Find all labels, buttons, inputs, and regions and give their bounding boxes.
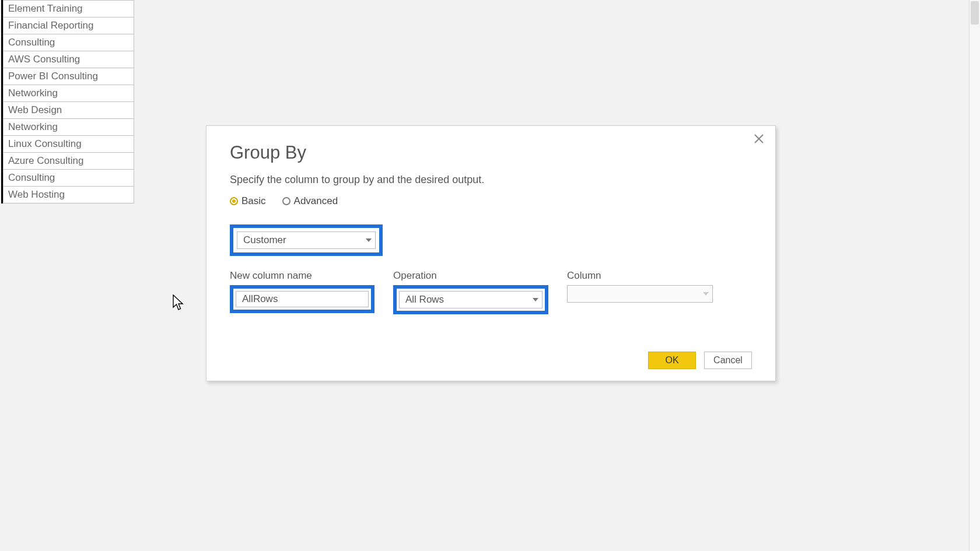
groupby-column-dropdown[interactable]: Customer	[237, 231, 376, 249]
mode-radio-group: Basic Advanced	[230, 195, 752, 207]
radio-label: Advanced	[294, 195, 338, 207]
operation-label: Operation	[393, 270, 548, 282]
highlight-box: All Rows	[393, 285, 548, 314]
table-cell[interactable]: Element Training	[3, 0, 134, 17]
cancel-button[interactable]: Cancel	[704, 352, 752, 369]
new-column-name-input[interactable]	[236, 291, 369, 307]
table-cell[interactable]: Web Hosting	[3, 187, 134, 203]
table-cell[interactable]: Financial Reporting	[3, 17, 134, 34]
table-cell[interactable]: Power BI Consulting	[3, 68, 134, 85]
radio-icon	[230, 197, 238, 205]
highlight-box	[230, 285, 374, 313]
radio-icon	[282, 197, 290, 205]
chevron-down-icon	[533, 298, 538, 301]
highlight-box: Customer	[230, 224, 383, 256]
table-cell[interactable]: Web Design	[3, 102, 134, 119]
table-cell[interactable]: AWS Consulting	[3, 51, 134, 68]
table-cell[interactable]: Consulting	[3, 34, 134, 51]
radio-basic[interactable]: Basic	[230, 195, 266, 207]
dropdown-value: Customer	[243, 234, 286, 246]
chevron-down-icon	[366, 238, 372, 242]
close-button[interactable]	[751, 132, 767, 148]
table-cell[interactable]: Azure Consulting	[3, 153, 134, 170]
ok-button[interactable]: OK	[648, 352, 696, 369]
mouse-cursor-icon	[173, 294, 184, 313]
scrollbar-thumb[interactable]	[971, 1, 979, 24]
group-by-dialog: Group By Specify the column to group by …	[206, 125, 776, 381]
table-column: Element TrainingFinancial ReportingConsu…	[1, 0, 134, 203]
dialog-title: Group By	[230, 142, 752, 163]
column-label: Column	[567, 270, 713, 282]
table-cell[interactable]: Consulting	[3, 170, 134, 187]
new-column-label: New column name	[230, 270, 374, 282]
close-icon	[754, 132, 764, 147]
chevron-down-icon	[703, 292, 709, 296]
radio-label: Basic	[242, 195, 266, 207]
vertical-scrollbar[interactable]	[969, 0, 980, 551]
column-dropdown[interactable]	[567, 285, 713, 303]
table-cell[interactable]: Networking	[3, 119, 134, 136]
dropdown-value: All Rows	[405, 294, 444, 306]
table-cell[interactable]: Networking	[3, 85, 134, 102]
operation-dropdown[interactable]: All Rows	[399, 291, 542, 308]
table-cell[interactable]: Linux Consulting	[3, 136, 134, 153]
dialog-subtitle: Specify the column to group by and the d…	[230, 174, 752, 186]
radio-advanced[interactable]: Advanced	[282, 195, 338, 207]
